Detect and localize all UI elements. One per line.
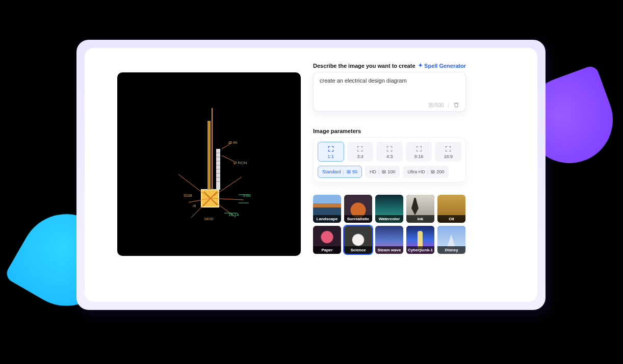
aspect-ratio-label: 3:4 (357, 154, 364, 159)
style-label: Cyberpunk-1 (406, 246, 434, 254)
aspect-ratio-9-16[interactable]: 9:16 (406, 142, 432, 162)
clear-prompt-button[interactable] (453, 102, 459, 108)
resolution-cost: 100 (387, 169, 395, 174)
svg-text:3-00: 3-00 (243, 193, 251, 198)
style-steam-wave[interactable]: Steam wave (375, 226, 403, 254)
expand-icon (445, 145, 452, 152)
controls-column: Describe the image you want to create ✦ … (313, 62, 466, 288)
svg-text:Ø RON: Ø RON (233, 161, 247, 165)
style-label: Paper (313, 246, 341, 254)
credit-icon (346, 169, 351, 174)
svg-rect-4 (207, 121, 211, 190)
generated-image-preview: Ø 46 Ø RON SGB 3-00 10-14 SKID dl (117, 72, 301, 256)
style-label: Disney (437, 246, 465, 254)
aspect-ratio-3-4[interactable]: 3:4 (347, 142, 374, 162)
aspect-ratio-4-3[interactable]: 4:3 (376, 142, 403, 162)
spell-generator-label: Spell Generator (424, 63, 466, 69)
svg-rect-5 (212, 108, 213, 190)
svg-line-18 (210, 177, 242, 198)
describe-section: Describe the image you want to create ✦ … (313, 62, 466, 112)
resolution-row: Standard|50HD|100Ultra HD|200 (318, 166, 461, 178)
spell-generator-link[interactable]: ✦ Spell Generator (418, 62, 466, 69)
style-watercolor[interactable]: Watercolor (375, 195, 403, 223)
credit-icon (430, 169, 435, 174)
resolution-label: HD (370, 169, 376, 174)
resolution-label: Ultra HD (407, 169, 425, 174)
style-ink[interactable]: Ink (406, 195, 434, 223)
style-label: Steam wave (375, 246, 403, 254)
style-paper[interactable]: Paper (313, 226, 341, 254)
resolution-ultra-hd[interactable]: Ultra HD|200 (403, 166, 449, 178)
style-landscape[interactable]: Landscape (313, 195, 341, 223)
resolution-cost: 50 (352, 169, 357, 174)
expand-icon (386, 145, 393, 152)
aspect-ratio-label: 4:3 (386, 154, 393, 159)
svg-text:10-14: 10-14 (228, 213, 239, 217)
aspect-ratio-label: 16:9 (444, 154, 453, 159)
aspect-ratio-1-1[interactable]: 1:1 (318, 142, 344, 162)
aspect-ratio-label: 1:1 (328, 154, 334, 159)
style-label: Oil (437, 215, 465, 223)
style-label: Surrealistic (344, 215, 372, 223)
describe-label: Describe the image you want to create (313, 63, 416, 69)
aspect-ratio-label: 9:16 (414, 154, 424, 159)
aspect-ratio-16-9[interactable]: 16:9 (435, 142, 461, 162)
svg-text:SKID: SKID (204, 217, 214, 221)
style-label: Ink (406, 215, 434, 223)
style-label: Watercolor (375, 215, 403, 223)
svg-line-21 (222, 155, 235, 162)
style-disney[interactable]: Disney (437, 226, 465, 254)
prompt-input[interactable] (320, 77, 459, 100)
app-frame: Ø 46 Ø RON SGB 3-00 10-14 SKID dl Descri… (76, 40, 546, 310)
svg-text:dl: dl (193, 203, 196, 208)
resolution-standard[interactable]: Standard|50 (318, 166, 362, 178)
style-grid: LandscapeSurrealisticWatercolorInkOilPap… (313, 195, 466, 254)
image-parameters-title: Image parameters (313, 128, 466, 134)
resolution-label: Standard (322, 169, 341, 174)
aspect-ratio-row: 1:13:44:39:1616:9 (318, 142, 461, 162)
preview-diagram: Ø 46 Ø RON SGB 3-00 10-14 SKID dl (117, 72, 301, 256)
svg-text:SGB: SGB (184, 193, 192, 198)
image-parameters-card: 1:13:44:39:1616:9 Standard|50HD|100Ultra… (313, 137, 466, 183)
style-surrealistic[interactable]: Surrealistic (344, 195, 372, 223)
expand-icon (416, 145, 423, 152)
style-oil[interactable]: Oil (437, 195, 465, 223)
expand-icon (327, 145, 334, 152)
app-card: Ø 46 Ø RON SGB 3-00 10-14 SKID dl Descri… (85, 48, 537, 302)
style-label: Science (344, 246, 372, 254)
credit-icon (381, 169, 386, 174)
svg-text:Ø 46: Ø 46 (228, 140, 238, 145)
prompt-box: 35/500 | (313, 72, 466, 112)
sparkle-icon: ✦ (418, 62, 423, 69)
resolution-cost: 200 (436, 169, 444, 174)
style-label: Landscape (313, 215, 341, 223)
style-cyberpunk-1[interactable]: Cyberpunk-1 (406, 226, 434, 254)
resolution-hd[interactable]: HD|100 (365, 166, 400, 178)
image-parameters-section: Image parameters 1:13:44:39:1616:9 Stand… (313, 121, 466, 183)
style-science[interactable]: Science (344, 226, 372, 254)
trash-icon (453, 102, 459, 108)
expand-icon (356, 145, 364, 152)
char-counter: 35/500 (428, 102, 444, 108)
